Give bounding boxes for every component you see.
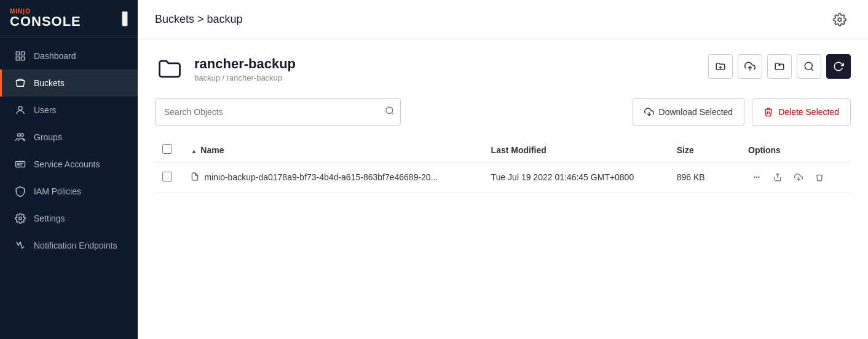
bucket-title-group: rancher-backup backup / rancher-backup bbox=[194, 56, 296, 82]
row-modified-cell: Tue Jul 19 2022 01:46:45 GMT+0800 bbox=[484, 162, 669, 193]
grid-icon bbox=[14, 50, 26, 62]
row-share-button[interactable] bbox=[769, 169, 786, 186]
bucket-name: rancher-backup bbox=[194, 56, 296, 72]
user-icon bbox=[14, 104, 26, 116]
upload-folder-button[interactable] bbox=[767, 54, 792, 79]
users-icon bbox=[14, 131, 26, 143]
sidebar-item-groups-label: Groups bbox=[34, 132, 62, 142]
bucket-folder-icon bbox=[155, 54, 184, 84]
sidebar-item-buckets-label: Buckets bbox=[34, 78, 65, 88]
sidebar-item-dashboard[interactable]: Dashboard bbox=[0, 42, 138, 70]
file-icon bbox=[191, 172, 199, 183]
sidebar-item-service-accounts[interactable]: Service Accounts bbox=[0, 151, 138, 178]
delete-selected-button[interactable]: Delete Selected bbox=[752, 98, 851, 126]
sidebar-item-buckets[interactable]: Buckets bbox=[0, 70, 138, 97]
topbar: Buckets > backup bbox=[138, 0, 868, 39]
bucket-toolbar bbox=[708, 54, 851, 79]
sidebar-item-settings-label: Settings bbox=[34, 213, 65, 223]
download-selected-button[interactable]: Download Selected bbox=[633, 98, 745, 126]
svg-line-18 bbox=[811, 68, 813, 70]
sidebar-item-iam-policies-label: IAM Policies bbox=[34, 186, 81, 196]
bucket-header: rancher-backup backup / rancher-backup bbox=[155, 54, 851, 84]
name-column-header[interactable]: ▲ Name bbox=[183, 138, 483, 162]
svg-point-5 bbox=[18, 134, 21, 137]
content-area: rancher-backup backup / rancher-backup bbox=[138, 39, 868, 339]
row-checkbox[interactable] bbox=[162, 172, 172, 181]
svg-rect-3 bbox=[22, 57, 25, 60]
refresh-button[interactable] bbox=[826, 54, 851, 79]
sidebar: MIN|O CONSOLE ‹ Dashboard Buckets bbox=[0, 0, 138, 339]
sidebar-item-dashboard-label: Dashboard bbox=[34, 51, 76, 61]
topbar-actions bbox=[829, 9, 851, 31]
svg-point-12 bbox=[838, 18, 842, 22]
table-row: minio-backup-da0178a9-bf73-4b4d-a615-863… bbox=[155, 162, 851, 193]
bucket-path: backup / rancher-backup bbox=[194, 73, 296, 82]
delete-selected-label: Delete Selected bbox=[778, 107, 839, 117]
action-bar: Download Selected Delete Selected bbox=[155, 98, 851, 126]
size-column-header: Size bbox=[669, 138, 741, 162]
svg-point-23 bbox=[754, 177, 755, 177]
svg-point-24 bbox=[759, 177, 759, 177]
settings-button[interactable] bbox=[829, 9, 851, 31]
sidebar-item-users-label: Users bbox=[34, 105, 57, 115]
svg-point-6 bbox=[21, 134, 24, 137]
objects-table: ▲ Name Last Modified Size Options bbox=[155, 138, 851, 193]
upload-button[interactable] bbox=[738, 54, 762, 79]
sidebar-item-groups[interactable]: Groups bbox=[0, 124, 138, 151]
create-folder-button[interactable] bbox=[708, 54, 733, 79]
svg-rect-2 bbox=[16, 57, 19, 60]
row-filename: minio-backup-da0178a9-bf73-4b4d-a615-863… bbox=[204, 172, 438, 182]
id-card-icon bbox=[14, 158, 26, 170]
main-content: Buckets > backup rancher-backup bbox=[138, 0, 868, 339]
row-size-cell: 896 KB bbox=[669, 162, 741, 193]
sidebar-item-notification-endpoints-label: Notification Endpoints bbox=[34, 241, 117, 250]
gear-icon bbox=[14, 212, 26, 225]
row-delete-button[interactable] bbox=[811, 169, 828, 186]
logo-console: CONSOLE bbox=[10, 15, 81, 28]
row-actions bbox=[748, 169, 843, 186]
sidebar-item-settings[interactable]: Settings bbox=[0, 205, 138, 232]
table-header: ▲ Name Last Modified Size Options bbox=[155, 138, 851, 162]
sidebar-item-iam-policies[interactable]: IAM Policies bbox=[0, 178, 138, 205]
svg-line-20 bbox=[392, 113, 393, 114]
select-all-checkbox[interactable] bbox=[162, 144, 172, 154]
row-name-cell: minio-backup-da0178a9-bf73-4b4d-a615-863… bbox=[183, 162, 483, 193]
svg-point-17 bbox=[805, 62, 812, 70]
sidebar-item-service-accounts-label: Service Accounts bbox=[34, 159, 100, 169]
search-button[interactable] bbox=[797, 54, 821, 79]
breadcrumb: Buckets > backup bbox=[155, 13, 243, 26]
sidebar-collapse-button[interactable]: ‹ bbox=[122, 11, 128, 26]
svg-point-22 bbox=[756, 177, 757, 177]
svg-point-4 bbox=[18, 106, 22, 110]
row-preview-button[interactable] bbox=[748, 169, 765, 186]
search-input[interactable] bbox=[155, 98, 401, 126]
search-wrapper bbox=[155, 98, 401, 126]
row-checkbox-cell bbox=[155, 162, 183, 193]
sort-asc-icon: ▲ bbox=[191, 148, 197, 154]
svg-point-19 bbox=[386, 107, 393, 114]
svg-rect-1 bbox=[22, 52, 25, 55]
svg-point-8 bbox=[18, 164, 20, 166]
last-modified-column-header: Last Modified bbox=[484, 138, 669, 162]
table-body: minio-backup-da0178a9-bf73-4b4d-a615-863… bbox=[155, 162, 851, 193]
shield-icon bbox=[14, 185, 26, 197]
options-column-header: Options bbox=[741, 138, 851, 162]
svg-line-16 bbox=[779, 65, 781, 66]
row-download-button[interactable] bbox=[790, 169, 807, 186]
bucket-info: rancher-backup backup / rancher-backup bbox=[155, 54, 296, 84]
download-selected-label: Download Selected bbox=[659, 107, 733, 117]
svg-point-11 bbox=[19, 217, 22, 220]
select-all-header bbox=[155, 138, 183, 162]
lambda-icon bbox=[14, 239, 26, 252]
svg-rect-0 bbox=[16, 52, 19, 55]
search-submit-button[interactable] bbox=[385, 106, 395, 118]
sidebar-nav: Dashboard Buckets Users bbox=[0, 38, 138, 339]
sidebar-header: MIN|O CONSOLE ‹ bbox=[0, 0, 138, 38]
row-options-cell bbox=[741, 162, 851, 193]
sidebar-item-notification-endpoints[interactable]: Notification Endpoints bbox=[0, 232, 138, 259]
bucket-icon bbox=[14, 77, 26, 89]
sidebar-item-users[interactable]: Users bbox=[0, 97, 138, 124]
logo: MIN|O CONSOLE bbox=[10, 9, 81, 28]
